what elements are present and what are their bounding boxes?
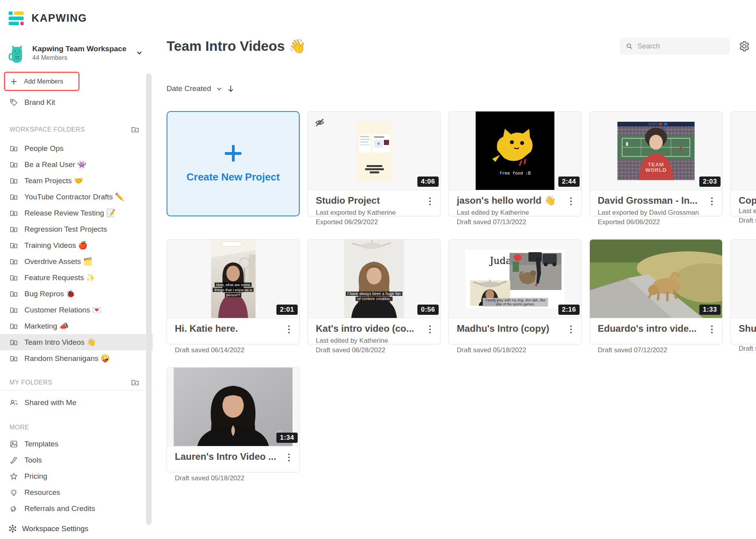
- sort-control[interactable]: Date Created: [167, 84, 750, 94]
- project-meta: Last exported by Katherine: [316, 208, 432, 217]
- sidebar-item-referrals-and-credits[interactable]: Referrals and Credits: [0, 500, 153, 517]
- sidebar-folder-marketing[interactable]: Marketing 📣: [0, 318, 153, 334]
- kebab-menu-icon[interactable]: [428, 323, 432, 336]
- project-card-hi-katie-here[interactable]: Now, what are some things that I enjoy a…: [167, 239, 300, 344]
- folder-icon: [9, 338, 18, 347]
- plus-icon: [224, 144, 242, 162]
- project-card-eduardos-intro[interactable]: 1:33 Eduardo's intro vide... Draft saved…: [589, 239, 723, 344]
- duration-badge: 1:34: [276, 433, 298, 443]
- thumbnail-caption: Family play with my dog, doo dah, like o…: [483, 298, 548, 307]
- kebab-menu-icon[interactable]: [287, 451, 291, 464]
- kebab-menu-icon[interactable]: [428, 195, 432, 208]
- add-members-button[interactable]: Add Members: [4, 72, 80, 91]
- search-input[interactable]: [637, 42, 720, 50]
- sidebar-folder-customer-relations[interactable]: Customer Relations 💌: [0, 302, 153, 318]
- project-card-madhus-intro[interactable]: Judah: [448, 239, 582, 344]
- project-grid-row-3: 1:34 Lauren's Intro Video ... Draft save…: [167, 367, 750, 472]
- sidebar-item-resources[interactable]: Resources: [0, 484, 153, 500]
- chevron-down-icon[interactable]: [216, 86, 222, 92]
- sidebar-folder-be-a-real-user[interactable]: Be a Real User 👾: [0, 156, 153, 173]
- project-thumbnail: [731, 112, 756, 190]
- sidebar-folder-team-projects[interactable]: Team Projects 🤝: [0, 173, 153, 189]
- thumbnail-caption: I have always been a huge fan of content…: [345, 291, 404, 302]
- kebab-menu-icon[interactable]: [569, 323, 573, 336]
- project-thumbnail: TEAM WORLD 2:03: [590, 112, 722, 190]
- sidebar-item-templates[interactable]: Templates: [0, 436, 153, 452]
- project-card-copy[interactable]: Copy Last ed Draft s: [730, 111, 756, 216]
- more-header: MORE: [0, 424, 153, 431]
- kebab-menu-icon[interactable]: [569, 195, 573, 208]
- kebab-menu-icon[interactable]: [710, 195, 714, 208]
- duration-badge: 0:56: [417, 305, 439, 315]
- search-box[interactable]: [620, 38, 730, 54]
- sidebar-folder-regression-test-projects[interactable]: Regression Test Projects: [0, 221, 153, 237]
- thumbnail-caption: free food :B: [499, 171, 530, 177]
- sidebar-folder-feature-requests[interactable]: Feature Requests ✨: [0, 270, 153, 286]
- project-thumbnail: 1:33: [590, 240, 722, 318]
- sidebar-scrollbar[interactable]: [146, 73, 152, 525]
- workspace-folders-list: People Ops Be a Real User 👾 Team Project…: [0, 140, 153, 366]
- project-meta: [457, 336, 573, 345]
- kapwing-logo-icon: [9, 9, 26, 27]
- sidebar-folder-bug-repros[interactable]: Bug Repros 🐞: [0, 286, 153, 302]
- plus-icon: [10, 78, 18, 85]
- new-folder-icon[interactable]: [131, 378, 139, 387]
- folder-icon: [9, 144, 18, 153]
- kebab-menu-icon[interactable]: [710, 323, 714, 336]
- sidebar-folder-release-review-testing[interactable]: Release Review Testing 📝: [0, 205, 153, 221]
- shirt-text: TEAM WORLD: [645, 162, 667, 173]
- duration-badge: 2:03: [699, 177, 721, 187]
- folder-icon: [9, 209, 18, 217]
- duration-badge: 1:33: [699, 305, 721, 315]
- sidebar-item-pricing[interactable]: Pricing: [0, 468, 153, 484]
- video-frame: [344, 240, 404, 318]
- folder-icon: [9, 177, 18, 185]
- project-meta: Draft saved 05/18/2022: [175, 474, 291, 483]
- kebab-menu-icon[interactable]: [287, 323, 291, 336]
- create-new-project-button[interactable]: Create New Project: [167, 111, 300, 216]
- project-card-jasons-hello-world[interactable]: free food :B 2:44 jason's hello world 👋 …: [448, 111, 582, 216]
- duration-badge: 2:01: [276, 305, 298, 315]
- project-card-studio-project[interactable]: 4:06 Studio Project Last exported by Kat…: [308, 111, 441, 216]
- chevron-down-icon[interactable]: [136, 50, 143, 56]
- tag-icon: [9, 98, 18, 107]
- project-meta: Last edited by Katherine: [316, 336, 432, 345]
- project-meta: Draft s: [739, 216, 756, 225]
- sort-direction-arrow-icon[interactable]: [227, 85, 234, 93]
- sidebar-folder-overdrive-assets[interactable]: Overdrive Assets 🗂️: [0, 253, 153, 270]
- project-card-david-grossman[interactable]: TEAM WORLD 2:03 David Grossman - In... L…: [589, 111, 723, 216]
- folder-icon: [9, 160, 18, 169]
- project-title: Studio Project: [316, 195, 380, 206]
- project-card-kats-intro-video[interactable]: I have always been a huge fan of content…: [308, 239, 441, 344]
- workspace-selector[interactable]: Kapwing Team Workspace 44 Members: [0, 41, 153, 65]
- project-card-laurens-intro-video[interactable]: 1:34 Lauren's Intro Video ... Draft save…: [167, 367, 300, 472]
- new-folder-icon[interactable]: [131, 125, 139, 134]
- sidebar-item-tools[interactable]: Tools: [0, 452, 153, 468]
- folder-icon: [9, 322, 18, 331]
- sidebar-folder-team-intro-videos[interactable]: Team Intro Videos 👋: [0, 334, 153, 350]
- folder-icon: [9, 241, 18, 250]
- settings-gear-icon[interactable]: [738, 40, 750, 52]
- project-title: Eduardo's intro vide...: [598, 323, 697, 334]
- create-new-project-label: Create New Project: [187, 171, 280, 183]
- add-members-label: Add Members: [24, 78, 63, 85]
- project-meta: [175, 465, 291, 473]
- project-card-shun[interactable]: Shun Draft s: [730, 239, 756, 344]
- video-frame: [356, 121, 392, 181]
- folder-icon: [9, 354, 18, 363]
- project-meta: Exported 06/29/2022: [316, 218, 432, 227]
- sidebar-folder-random-shenanigans[interactable]: Random Shenanigans 🤪: [0, 350, 153, 366]
- workspace-settings-button[interactable]: Workspace Settings: [8, 524, 89, 533]
- kapwing-logo[interactable]: KAPWING: [0, 9, 153, 28]
- sidebar-folder-youtube-contractor-drafts[interactable]: YouTube Contractor Drafts ✏️: [0, 189, 153, 205]
- sidebar-folder-training-videos[interactable]: Training Videos 🍎: [0, 237, 153, 253]
- project-thumbnail: 4:06: [308, 112, 440, 190]
- sidebar-folder-people-ops[interactable]: People Ops: [0, 140, 153, 156]
- project-meta: [175, 336, 291, 345]
- sidebar-item-shared-with-me[interactable]: Shared with Me: [0, 394, 153, 411]
- folder-icon: [9, 193, 18, 201]
- duration-badge: 2:44: [558, 177, 580, 187]
- sidebar-item-brand-kit[interactable]: Brand Kit: [0, 94, 153, 110]
- project-thumbnail: free food :B 2:44: [449, 112, 581, 190]
- project-thumbnail: [731, 240, 756, 318]
